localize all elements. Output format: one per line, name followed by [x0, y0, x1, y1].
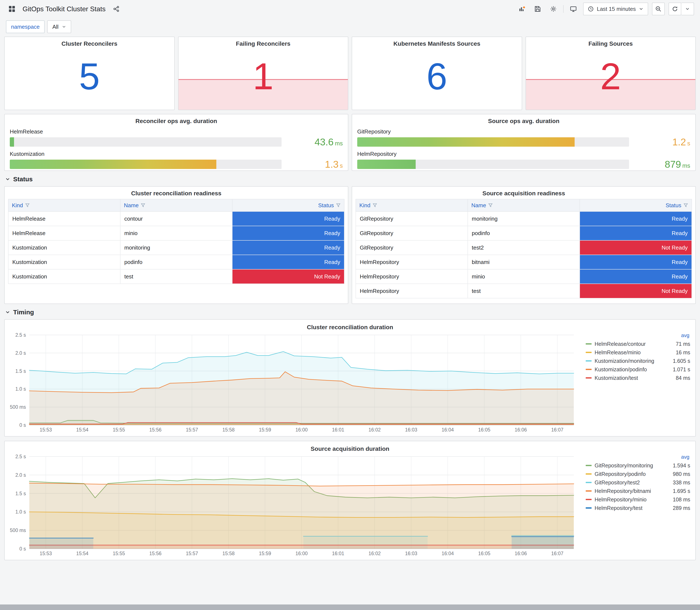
panel-title[interactable]: Cluster reconciliation readiness [8, 187, 344, 198]
column-header-status[interactable]: Status [580, 199, 692, 211]
column-header-kind[interactable]: Kind [8, 199, 120, 211]
stat-panel-cluster-reconcilers: Cluster Reconcilers 5 [4, 36, 175, 110]
stat-value: 2 [600, 43, 621, 110]
legend-series-name: GitRepository/podinfo [595, 471, 666, 477]
filter-icon[interactable] [141, 203, 145, 208]
status-badge: Ready [580, 212, 691, 226]
svg-text:2.0 s: 2.0 s [15, 350, 26, 356]
settings-gear-icon[interactable] [548, 3, 559, 15]
cell-status: Ready [232, 226, 344, 240]
svg-text:16:01: 16:01 [332, 551, 344, 556]
time-picker-button[interactable]: Last 15 minutes [583, 2, 648, 15]
table-panel-cluster-readiness: Cluster reconciliation readiness KindNam… [4, 186, 348, 304]
cell-name: podinfo [468, 226, 580, 240]
dashboard-grid-icon[interactable] [6, 3, 18, 15]
add-panel-icon[interactable] [516, 3, 528, 15]
readiness-table: KindNameStatusHelmReleasecontourReadyHel… [8, 199, 344, 284]
chart-panel-source-duration: Source acquisition duration 15:5315:5415… [4, 441, 696, 560]
filter-icon[interactable] [336, 203, 341, 208]
panel-title[interactable]: Source ops avg. duration [357, 114, 690, 125]
legend-series-name: HelmRelease/contour [595, 341, 666, 347]
legend-series-avg: 338 ms [666, 480, 690, 486]
legend-item[interactable]: GitRepository/podinfo980 ms [586, 470, 690, 478]
legend-series-color [586, 369, 592, 370]
variable-namespace-label[interactable]: namespace [6, 20, 45, 33]
status-badge: Ready [580, 270, 691, 284]
legend-series-avg: 84 ms [666, 375, 690, 381]
legend-item[interactable]: Kustomization/podinfo1.071 s [586, 365, 690, 374]
svg-text:16:05: 16:05 [478, 551, 490, 556]
status-badge: Ready [580, 226, 691, 240]
refresh-interval-dropdown[interactable] [681, 2, 694, 15]
stat-panel-failing-sources: Failing Sources 2 [525, 36, 696, 110]
filter-icon[interactable] [25, 203, 30, 208]
legend-series-avg: 980 ms [666, 471, 690, 477]
bar-gauge-fill [10, 137, 14, 147]
panel-title[interactable]: Source acquisition readiness [356, 187, 692, 198]
bar-gauge-value: 879ms [636, 159, 690, 170]
column-header-status[interactable]: Status [232, 199, 344, 211]
filter-icon[interactable] [488, 203, 493, 208]
zoom-out-button[interactable] [652, 2, 665, 15]
legend-item[interactable]: HelmRepository/bitnami1.695 s [586, 487, 690, 495]
cell-name: contour [120, 211, 232, 226]
status-badge: Not Ready [232, 270, 344, 284]
bar-gauge-track [357, 160, 629, 169]
panel-title[interactable]: Source acquisition duration [8, 442, 692, 453]
legend-item[interactable]: GitRepository/test2338 ms [586, 478, 690, 487]
legend-item[interactable]: Kustomization/monitoring1.605 s [586, 357, 690, 365]
legend-series-name: GitRepository/test2 [595, 480, 666, 486]
row-header-status[interactable]: Status [5, 176, 695, 183]
svg-text:16:02: 16:02 [369, 427, 381, 433]
svg-text:16:03: 16:03 [405, 427, 417, 433]
bar-gauge-fill [357, 160, 416, 169]
panel-title[interactable]: Cluster reconciliation duration [8, 321, 692, 332]
filter-icon[interactable] [683, 203, 688, 208]
row-header-timing[interactable]: Timing [5, 309, 695, 316]
legend-series-color [586, 352, 592, 353]
legend-series-avg: 71 ms [666, 341, 690, 347]
legend-item[interactable]: HelmRelease/minio16 ms [586, 348, 690, 357]
timeseries-plot[interactable]: 15:5315:5415:5515:5615:5715:5815:5916:00… [8, 453, 581, 557]
filter-icon[interactable] [373, 203, 377, 208]
legend-series-avg: 108 ms [666, 497, 690, 503]
stat-value: 6 [426, 43, 447, 110]
save-dashboard-icon[interactable] [532, 3, 543, 15]
timeseries-plot[interactable]: 15:5315:5415:5515:5615:5715:5815:5916:00… [8, 332, 581, 434]
cell-name: minio [468, 269, 580, 284]
legend-series-avg: 289 ms [666, 505, 690, 511]
legend-item[interactable]: Kustomization/test84 ms [586, 374, 690, 382]
svg-text:1.0 s: 1.0 s [15, 386, 26, 392]
section-title: Timing [13, 309, 34, 316]
cell-kind: HelmRepository [356, 284, 468, 298]
legend-avg-header[interactable]: avg [586, 454, 690, 460]
share-icon[interactable] [110, 3, 122, 15]
stat-value: 1 [253, 43, 274, 110]
legend-series-name: HelmRelease/minio [595, 349, 666, 356]
tv-kiosk-icon[interactable] [567, 3, 579, 15]
column-header-name[interactable]: Name [120, 199, 232, 211]
table-row: KustomizationpodinfoReady [8, 255, 344, 269]
legend-item[interactable]: GitRepository/monitoring1.594 s [586, 461, 690, 470]
legend-series-name: Kustomization/monitoring [595, 358, 666, 364]
legend-series-color [586, 377, 592, 379]
bar-gauge-track [10, 160, 281, 169]
status-badge: Ready [232, 212, 344, 226]
panel-title[interactable]: Reconciler ops avg. duration [10, 114, 343, 125]
refresh-button[interactable] [669, 2, 681, 15]
svg-text:16:00: 16:00 [295, 551, 308, 556]
legend-avg-header[interactable]: avg [586, 333, 690, 338]
chevron-down-icon [5, 177, 10, 182]
column-header-kind[interactable]: Kind [356, 199, 468, 211]
variable-namespace-value-dropdown[interactable]: All [47, 20, 71, 33]
svg-text:1.5 s: 1.5 s [15, 368, 26, 374]
legend-item[interactable]: HelmRelease/contour71 ms [586, 340, 690, 348]
legend-item[interactable]: HelmRepository/test289 ms [586, 504, 690, 512]
svg-text:15:59: 15:59 [259, 427, 271, 433]
section-title: Status [13, 176, 33, 183]
table-row: KustomizationmonitoringReady [8, 240, 344, 255]
cell-name: test2 [468, 240, 580, 255]
svg-text:15:54: 15:54 [76, 551, 88, 556]
legend-item[interactable]: HelmRepository/minio108 ms [586, 495, 690, 504]
column-header-name[interactable]: Name [468, 199, 580, 211]
